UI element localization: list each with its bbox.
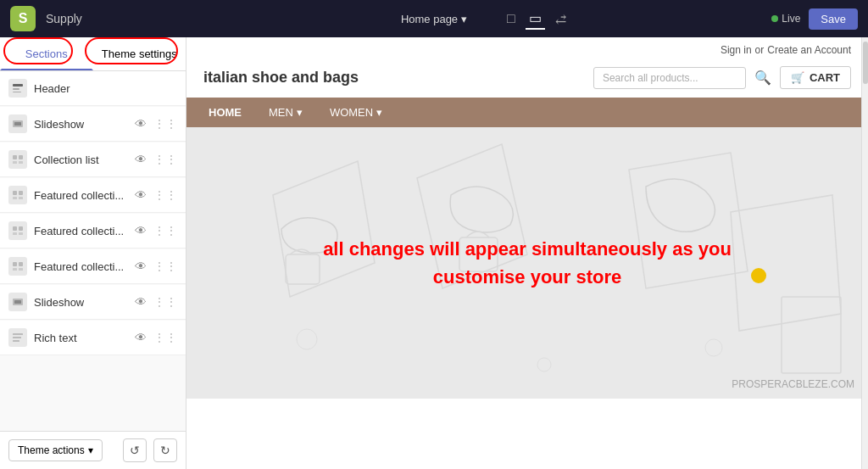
- sign-in-link[interactable]: Sign in: [721, 44, 752, 56]
- svg-rect-25: [13, 340, 19, 342]
- svg-rect-18: [19, 262, 23, 266]
- sidebar-item-collection-list[interactable]: Collection list 👁 ⋮⋮: [0, 142, 186, 177]
- undo-button[interactable]: ↺: [123, 438, 147, 462]
- logo-char: S: [19, 11, 28, 26]
- slideshow2-icon: [8, 293, 27, 311]
- svg-rect-4: [14, 122, 21, 126]
- eye-icon-slideshow1[interactable]: 👁: [135, 117, 147, 131]
- sidebar-item-header[interactable]: Header: [0, 71, 186, 106]
- svg-rect-20: [19, 268, 23, 271]
- featured-collection3-label: Featured collecti...: [34, 260, 128, 273]
- header-icon: [8, 79, 27, 98]
- cart-label: CART: [810, 71, 840, 84]
- featured-collection1-label: Featured collecti...: [34, 189, 128, 202]
- top-right-controls: Live Save: [771, 8, 858, 30]
- store-top: Sign in or Create an Account italian sho…: [186, 37, 868, 98]
- nav-home[interactable]: HOME: [203, 98, 247, 127]
- rich-text-label: Rich text: [34, 332, 128, 344]
- store-header: italian shoe and bags Search all product…: [203, 59, 851, 98]
- svg-rect-16: [19, 232, 23, 235]
- sidebar-item-featured-collection2[interactable]: Featured collecti... 👁 ⋮⋮: [0, 214, 186, 248]
- store-nav: HOME MEN ▾ WOMEN ▾: [186, 98, 868, 127]
- svg-rect-17: [13, 262, 17, 266]
- nav-men[interactable]: MEN ▾: [264, 98, 308, 127]
- svg-rect-6: [19, 155, 23, 159]
- mobile-icon[interactable]: □: [504, 9, 519, 28]
- footer-icons: ↺ ↻: [123, 438, 177, 462]
- main-layout: Sections Theme settings 1 2 Header: [0, 37, 868, 469]
- sidebar-item-featured-collection1[interactable]: Featured collecti... 👁 ⋮⋮: [0, 178, 186, 213]
- featured-collection1-icon: [8, 186, 27, 204]
- search-box[interactable]: Search all products...: [593, 67, 746, 89]
- eye-icon-fc2[interactable]: 👁: [135, 224, 147, 237]
- svg-rect-12: [19, 197, 23, 199]
- svg-point-32: [537, 358, 551, 371]
- store-search: Search all products... 🔍 🛒 CART: [593, 66, 851, 89]
- theme-actions-label: Theme actions: [18, 444, 85, 456]
- cart-icon: 🛒: [791, 71, 804, 84]
- redo-button[interactable]: ↻: [153, 438, 177, 462]
- header-label: Header: [34, 82, 177, 95]
- search-button[interactable]: 🔍: [754, 70, 771, 86]
- slideshow1-icon: [8, 114, 27, 133]
- svg-rect-34: [286, 254, 320, 284]
- featured-collection2-label: Featured collecti...: [34, 225, 128, 237]
- page-selector[interactable]: Home page ▾: [401, 13, 467, 25]
- svg-point-33: [705, 339, 722, 356]
- svg-rect-8: [19, 161, 23, 164]
- svg-rect-15: [13, 232, 17, 235]
- drag-icon-slideshow1[interactable]: ⋮⋮: [153, 117, 177, 131]
- hero-area: all changes will appear simultaneously a…: [186, 127, 868, 399]
- create-account-link[interactable]: Create an Account: [767, 44, 851, 56]
- featured-collection2-icon: [8, 221, 27, 240]
- sidebar-item-featured-collection3[interactable]: Featured collecti... 👁 ⋮⋮: [0, 249, 186, 284]
- theme-actions-button[interactable]: Theme actions ▾: [8, 439, 103, 461]
- save-button[interactable]: Save: [809, 8, 858, 30]
- drag-icon-fc1[interactable]: ⋮⋮: [153, 188, 177, 202]
- sidebar-item-rich-text[interactable]: Rich text 👁 ⋮⋮: [0, 321, 186, 355]
- cart-button[interactable]: 🛒 CART: [780, 66, 851, 89]
- drag-icon-slideshow2[interactable]: ⋮⋮: [153, 295, 177, 309]
- drag-icon-rich-text[interactable]: ⋮⋮: [153, 331, 177, 344]
- desktop-icon[interactable]: ▭: [526, 8, 545, 30]
- svg-rect-5: [13, 155, 17, 159]
- sidebar-items: Header Slideshow 👁 ⋮⋮ Collection list 👁 …: [0, 71, 186, 431]
- store-logo: italian shoe and bags: [203, 69, 359, 87]
- svg-rect-0: [13, 84, 23, 87]
- svg-marker-29: [731, 195, 841, 331]
- svg-rect-23: [13, 333, 23, 335]
- svg-rect-1: [13, 88, 19, 90]
- sidebar-footer: Theme actions ▾ ↺ ↻: [0, 431, 186, 469]
- hero-text: all changes will appear simultaneously a…: [315, 235, 739, 291]
- tab-theme-settings[interactable]: Theme settings: [93, 37, 186, 70]
- collection-list-icon: [8, 150, 27, 169]
- tab-sections[interactable]: Sections: [0, 37, 93, 70]
- drag-icon-collection-list[interactable]: ⋮⋮: [153, 153, 177, 166]
- svg-rect-14: [19, 226, 23, 231]
- nav-women[interactable]: WOMEN ▾: [325, 98, 387, 127]
- women-chevron-icon: ▾: [376, 106, 382, 119]
- preview-frame: Sign in or Create an Account italian sho…: [186, 37, 868, 469]
- svg-rect-19: [13, 268, 17, 271]
- sidebar-item-slideshow1[interactable]: Slideshow 👁 ⋮⋮: [0, 107, 186, 142]
- theme-actions-chevron: ▾: [88, 444, 93, 456]
- eye-icon-fc1[interactable]: 👁: [135, 188, 147, 202]
- page-title: Home page: [401, 13, 458, 25]
- undo-icon: ↺: [130, 444, 140, 457]
- sidebar-item-slideshow2[interactable]: Slideshow 👁 ⋮⋮: [0, 285, 186, 320]
- eye-icon-slideshow2[interactable]: 👁: [135, 295, 147, 309]
- svg-rect-22: [14, 300, 21, 304]
- svg-rect-30: [782, 297, 841, 373]
- drag-icon-fc3[interactable]: ⋮⋮: [153, 260, 177, 273]
- eye-icon-rich-text[interactable]: 👁: [135, 331, 147, 344]
- svg-point-31: [297, 329, 317, 349]
- watermark: PROSPERACBLEZE.COM: [732, 378, 854, 390]
- eye-icon-collection-list[interactable]: 👁: [135, 153, 147, 166]
- svg-rect-24: [13, 337, 21, 338]
- fullscreen-icon[interactable]: ⥄: [552, 9, 570, 29]
- store-top-bar: Sign in or Create an Account: [203, 44, 851, 59]
- eye-icon-fc3[interactable]: 👁: [135, 260, 147, 273]
- drag-icon-fc2[interactable]: ⋮⋮: [153, 224, 177, 237]
- redo-icon: ↻: [160, 444, 170, 457]
- top-bar: S Supply Home page ▾ □ ▭ ⥄ Live Save: [0, 0, 868, 37]
